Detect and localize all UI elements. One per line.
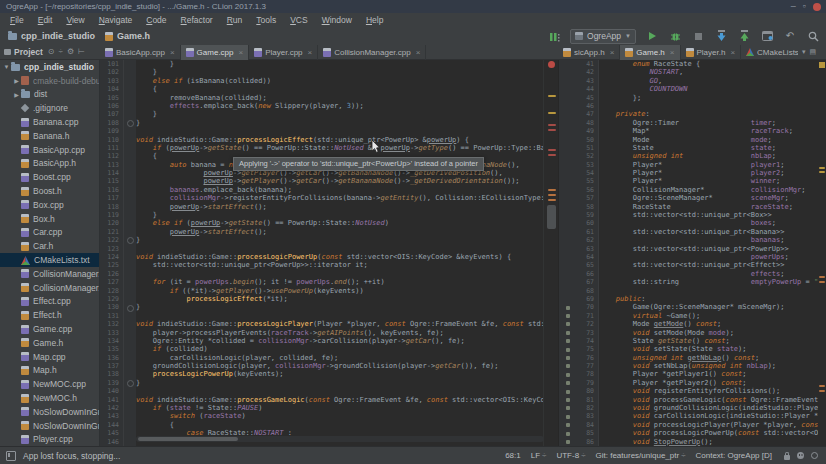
breadcrumb-item[interactable]: Game.h: [105, 31, 150, 41]
stripe-mark[interactable]: [548, 129, 556, 131]
override-marker-icon[interactable]: [566, 364, 570, 368]
stripe-mark[interactable]: [548, 124, 556, 126]
stripe-mark[interactable]: [548, 95, 556, 97]
project-tree-item-.gitignore[interactable]: .gitignore: [0, 101, 99, 115]
stripe-mark[interactable]: [548, 149, 556, 151]
menu-vcs[interactable]: VCS: [283, 15, 314, 25]
settings-icon[interactable]: ⚙: [67, 48, 74, 56]
status-caret-position[interactable]: 68:1: [505, 451, 521, 460]
stripe-mark[interactable]: [819, 276, 825, 278]
project-tree-item-banana.h[interactable]: Banana.h: [0, 129, 99, 143]
stripe-mark[interactable]: [819, 167, 825, 169]
project-tree-item-banana.cpp[interactable]: Banana.cpp: [0, 115, 99, 129]
hide-icon[interactable]: ⊢: [78, 48, 85, 56]
project-tree-item-map.cpp[interactable]: Map.cpp: [0, 350, 99, 364]
stripe-mark[interactable]: [819, 171, 825, 173]
editor-tab-collisionmanager.cpp[interactable]: CollisionManager.cpp×: [318, 45, 426, 60]
notifications-icon[interactable]: [811, 452, 818, 459]
editor-tab-game.h[interactable]: Game.h×: [620, 45, 680, 60]
stripe-mark[interactable]: [548, 189, 556, 191]
override-marker-icon[interactable]: [566, 331, 570, 335]
editor-tab-player.cpp[interactable]: Player.cpp×: [249, 45, 318, 60]
menu-view[interactable]: View: [59, 15, 91, 25]
project-tree-item-car.cpp[interactable]: Car.cpp: [0, 226, 99, 240]
override-marker-icon[interactable]: [566, 432, 570, 436]
stop-button[interactable]: [691, 29, 705, 43]
tree-expanded-icon[interactable]: ▼: [2, 64, 11, 70]
override-marker-icon[interactable]: [566, 415, 570, 419]
tree-collapsed-icon[interactable]: ▶: [12, 77, 21, 84]
editor-tab-basicapp.cpp[interactable]: BasicApp.cpp×: [100, 45, 181, 60]
menu-tools[interactable]: Tools: [249, 15, 283, 25]
menu-help[interactable]: Help: [359, 15, 390, 25]
override-marker-icon[interactable]: [566, 390, 570, 394]
stripe-mark[interactable]: [548, 112, 556, 114]
override-marker-icon[interactable]: [566, 314, 570, 318]
lock-icon[interactable]: [784, 455, 790, 460]
project-tree-item-box.cpp[interactable]: Box.cpp: [0, 198, 99, 212]
menu-refactor[interactable]: Refactor: [174, 15, 220, 25]
project-tool-header[interactable]: Project ⊙÷⚙⊢: [0, 45, 100, 59]
close-icon[interactable]: ×: [239, 48, 244, 57]
editor-game-cpp[interactable]: 1011021031041051061071081091101111121131…: [100, 60, 558, 446]
fold-icon[interactable]: [127, 120, 134, 127]
scrollbar-thumb[interactable]: [138, 437, 238, 441]
project-tree-item-effect.cpp[interactable]: Effect.cpp: [0, 295, 99, 309]
editor-game-h[interactable]: 4142434445464748495051525354555657585960…: [558, 60, 826, 446]
stripe-mark[interactable]: [819, 281, 825, 283]
error-stripe[interactable]: [543, 60, 558, 446]
menu-run[interactable]: Run: [220, 15, 250, 25]
maximize-button[interactable]: ▫: [803, 2, 806, 11]
close-icon[interactable]: ×: [416, 48, 421, 57]
debug-button[interactable]: [668, 29, 682, 43]
horizontal-scrollbar[interactable]: [136, 436, 544, 442]
project-tree-item-box.h[interactable]: Box.h: [0, 212, 99, 226]
menu-navigate[interactable]: Navigate: [92, 15, 140, 25]
scrollbar-thumb[interactable]: [547, 205, 556, 229]
project-tree-item-effect.h[interactable]: Effect.h: [0, 308, 99, 322]
status-file-encoding[interactable]: UTF-8÷: [556, 451, 585, 460]
project-tree-item-collisionmanager.cpp[interactable]: CollisionManager.cpp: [0, 267, 99, 281]
override-marker-icon[interactable]: [566, 440, 570, 444]
fold-icon[interactable]: [127, 305, 134, 312]
override-marker-icon[interactable]: [566, 306, 570, 310]
project-tree-item-game.cpp[interactable]: Game.cpp: [0, 322, 99, 336]
toolwindow-toggle-icon[interactable]: [6, 451, 16, 461]
override-marker-icon[interactable]: [566, 406, 570, 410]
override-marker-icon[interactable]: [566, 356, 570, 360]
close-button[interactable]: [813, 3, 821, 11]
stripe-mark[interactable]: [819, 385, 825, 387]
menu-file[interactable]: File: [3, 15, 31, 25]
split-editor-icon[interactable]: ▤: [810, 48, 817, 56]
hector-inspections-icon[interactable]: [797, 452, 804, 459]
status-run-context[interactable]: Context: OgreApp [D]: [696, 451, 772, 460]
run-button[interactable]: [645, 29, 659, 43]
run-configuration-select[interactable]: OgreApp ▼: [570, 29, 636, 44]
override-marker-icon[interactable]: [566, 381, 570, 385]
status-line-separator[interactable]: LF÷: [531, 451, 547, 460]
stripe-mark[interactable]: [819, 390, 825, 392]
editor-tab-sicapp.h[interactable]: sicApp.h×: [558, 45, 620, 60]
override-marker-icon[interactable]: [566, 373, 570, 377]
editor-tab-game.cpp[interactable]: Game.cpp×: [181, 45, 250, 60]
project-tree-item-player.cpp[interactable]: Player.cpp: [0, 433, 99, 446]
stripe-mark[interactable]: [548, 199, 556, 201]
code-area[interactable]: } } else if (isBanana(collided)) { remov…: [136, 60, 544, 446]
override-marker-icon[interactable]: [566, 398, 570, 402]
project-tree-item-noslowdowningrass.cpp[interactable]: NoSlowDownInGrass.cpp: [0, 405, 99, 419]
menu-edit[interactable]: Edit: [31, 15, 60, 25]
override-marker-icon[interactable]: [566, 423, 570, 427]
stripe-mark[interactable]: [548, 194, 556, 196]
editor-tab-player.h[interactable]: Player.h×: [681, 45, 742, 60]
project-tree-item-boost.h[interactable]: Boost.h: [0, 184, 99, 198]
tab-list-dropdown-icon[interactable]: ▾: [802, 48, 806, 56]
override-marker-icon[interactable]: [566, 339, 570, 343]
override-marker-icon[interactable]: [566, 348, 570, 352]
project-tree-item-basicapp.h[interactable]: BasicApp.h: [0, 157, 99, 171]
override-marker-icon[interactable]: [566, 322, 570, 326]
override-gutter[interactable]: [559, 60, 577, 446]
vcs-commit-button[interactable]: [737, 29, 751, 43]
project-tree-item-boost.cpp[interactable]: Boost.cpp: [0, 170, 99, 184]
project-tree-item-cmake-build-debug[interactable]: ▶cmake-build-debug: [0, 74, 99, 88]
project-tree-item-collisionmanager.h[interactable]: CollisionManager.h: [0, 281, 99, 295]
